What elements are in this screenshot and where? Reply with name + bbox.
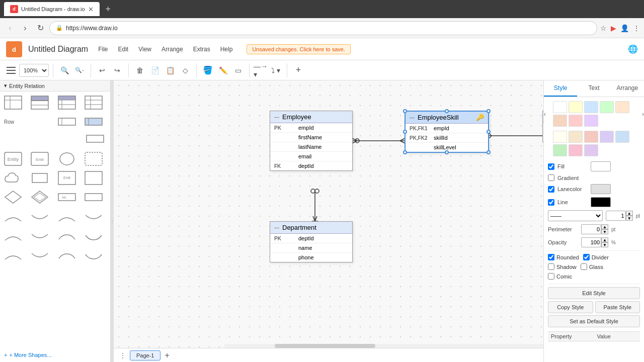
edit-style-btn[interactable]: Edit Style <box>548 287 640 299</box>
add-shape-btn[interactable]: + <box>291 63 305 77</box>
swatch-next-btn[interactable]: › <box>642 111 644 118</box>
department-entity[interactable]: — Department PKdeptId name phone <box>270 221 353 262</box>
opacity-up[interactable]: ▲ <box>601 237 608 242</box>
entity-shape2[interactable]: Entit <box>29 150 51 168</box>
swatch-peach[interactable] <box>553 115 567 127</box>
global-icon[interactable]: 🌐 <box>628 44 638 54</box>
add-page-btn[interactable]: + <box>165 351 169 360</box>
copy-style-btn[interactable]: Copy Style <box>548 301 593 313</box>
lanecolor-swatch[interactable] <box>591 184 611 194</box>
perimeter-input[interactable] <box>581 224 601 234</box>
copy-btn[interactable]: 📄 <box>148 63 162 77</box>
curve9[interactable] <box>2 247 24 265</box>
employeeskill-entity[interactable]: — EmployeeSkill 🔑 PK,FK1empId PK,FK2skil… <box>405 111 489 153</box>
url-bar[interactable]: 🔒 https://www.draw.io <box>49 21 597 35</box>
sel-handle-tc[interactable] <box>445 109 449 113</box>
curve11[interactable] <box>56 247 78 265</box>
sidebar-section-title[interactable]: ▾ Entity Relation <box>0 80 110 92</box>
shape-item[interactable] <box>29 94 51 112</box>
divider-checkbox[interactable] <box>583 254 590 260</box>
swatch-purple[interactable] <box>584 115 598 127</box>
swatch-white[interactable] <box>553 101 567 113</box>
fill-color-btn[interactable]: 🪣 <box>201 63 215 77</box>
relation-shape1[interactable]: rel. <box>56 188 78 206</box>
diamond-shape2[interactable] <box>29 188 51 206</box>
sel-handle-bl[interactable] <box>403 150 407 154</box>
menu-btn[interactable]: ⋮ <box>633 24 640 32</box>
add-shapes-btn[interactable]: + + More Shapes... <box>0 348 110 362</box>
swatch-lilac[interactable] <box>584 144 598 156</box>
sidebar-toggle-btn[interactable] <box>4 63 18 77</box>
circle-shape[interactable] <box>56 150 78 168</box>
sel-handle-tl[interactable] <box>403 109 407 113</box>
shadow-checkbox[interactable] <box>548 263 554 270</box>
curve10[interactable] <box>29 247 51 265</box>
curve3[interactable] <box>56 209 78 227</box>
swatch-rose[interactable] <box>569 144 583 156</box>
line-checkbox[interactable] <box>548 199 554 206</box>
row-end-shape[interactable] <box>83 132 108 146</box>
swatch-tan[interactable] <box>569 131 583 143</box>
curve7[interactable] <box>56 228 78 246</box>
relation-shape2[interactable] <box>83 188 105 206</box>
diamond-shape1[interactable] <box>2 188 24 206</box>
entity-shape3[interactable] <box>83 150 105 168</box>
sel-handle-bc[interactable] <box>445 150 449 154</box>
zoom-in-btn[interactable]: 🔍 <box>57 63 71 77</box>
sel-handle-br[interactable] <box>487 150 491 154</box>
sel-handle-tr[interactable] <box>487 109 491 113</box>
curve5[interactable] <box>2 228 24 246</box>
opacity-down[interactable]: ▼ <box>601 242 608 247</box>
star-btn[interactable]: ☆ <box>600 24 607 32</box>
delete-btn[interactable]: 🗑 <box>133 63 147 77</box>
menu-extras[interactable]: Extras <box>189 44 214 55</box>
skill-entity[interactable]: — Skill PKskillId skillDescription <box>542 111 543 142</box>
tab-style[interactable]: Style <box>544 80 577 97</box>
waypoint-select[interactable]: ⤵ ▾ <box>269 63 283 77</box>
lanecolor-checkbox[interactable] <box>548 186 554 193</box>
connector-select[interactable]: —→ ▾ <box>254 63 268 77</box>
canvas-area[interactable]: — Employee PKempId firstName lastName em… <box>114 80 543 362</box>
back-btn[interactable]: ‹ <box>4 22 16 34</box>
perimeter-down[interactable]: ▼ <box>601 229 608 234</box>
swatch-lightgreen2[interactable] <box>553 144 567 156</box>
rect-shape[interactable] <box>29 169 51 187</box>
swatch-green[interactable] <box>600 101 614 113</box>
refresh-btn[interactable]: ↻ <box>34 22 46 34</box>
employee-entity[interactable]: — Employee PKempId firstName lastName em… <box>270 111 353 171</box>
menu-arrange[interactable]: Arrange <box>157 44 187 55</box>
horizontal-scrollbar[interactable] <box>224 344 543 348</box>
swatch-pink[interactable] <box>569 115 583 127</box>
line-width-input[interactable] <box>606 211 626 221</box>
swatch-lightblue2[interactable] <box>615 131 629 143</box>
line-width-up[interactable]: ▲ <box>626 211 633 216</box>
cloud-shape[interactable] <box>2 169 24 187</box>
line-color-swatch[interactable] <box>591 197 611 207</box>
rounded-checkbox[interactable] <box>548 254 554 260</box>
swatch-blue[interactable] <box>584 101 598 113</box>
perimeter-up[interactable]: ▲ <box>601 224 608 229</box>
browser-tab[interactable]: d Untitled Diagram - draw.io ✕ <box>4 2 100 16</box>
drawio-ext-btn[interactable]: ▶ <box>611 24 616 32</box>
profile-btn[interactable]: 👤 <box>620 24 629 32</box>
swatch-orange[interactable] <box>615 101 629 113</box>
line-color-btn[interactable]: ✏️ <box>216 63 230 77</box>
sel-handle-ml[interactable] <box>403 130 407 134</box>
page-tab[interactable]: Page-1 <box>130 350 160 360</box>
entity-small[interactable]: Entit <box>56 169 78 187</box>
line-style-select[interactable]: —— - - - ····· <box>548 210 603 221</box>
curve4[interactable] <box>83 209 105 227</box>
curve2[interactable] <box>29 209 51 227</box>
opacity-input[interactable] <box>581 237 601 247</box>
fill-checkbox[interactable] <box>548 163 554 170</box>
sel-handle-mr[interactable] <box>487 130 491 134</box>
line-width-down[interactable]: ▼ <box>626 216 633 221</box>
shape-item[interactable] <box>83 94 105 112</box>
menu-edit[interactable]: Edit <box>114 44 133 55</box>
curve8[interactable] <box>83 228 105 246</box>
glass-checkbox[interactable] <box>581 263 587 270</box>
swatch-salmon[interactable] <box>584 131 598 143</box>
curve1[interactable] <box>2 209 24 227</box>
default-style-btn[interactable]: Set as Default Style <box>548 315 640 327</box>
curve6[interactable] <box>29 228 51 246</box>
